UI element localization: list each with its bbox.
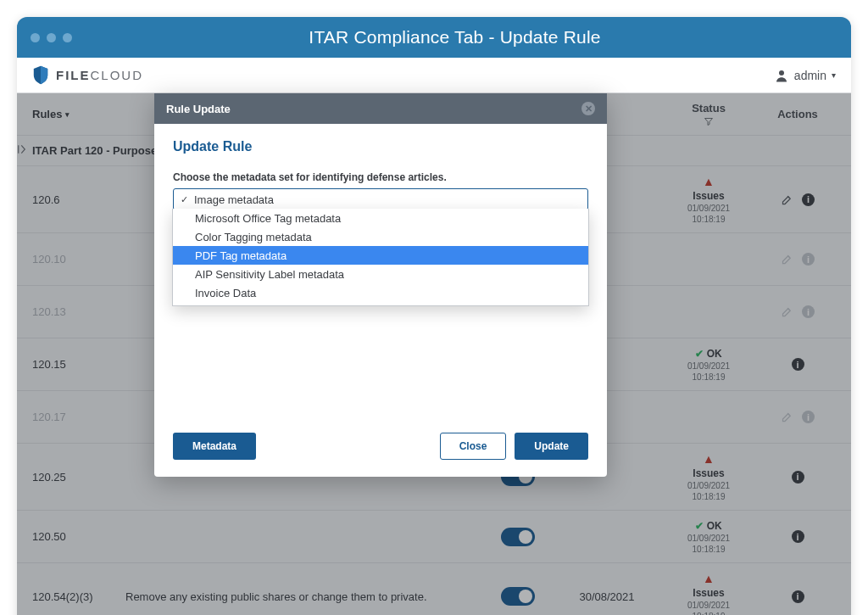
rule-actions: i: [760, 305, 836, 318]
info-icon[interactable]: i: [802, 305, 815, 318]
rule-status: ✔ OK01/09/202110:18:19: [658, 520, 760, 554]
table-row: 120.54(2)(3)Remove any existing public s…: [17, 563, 851, 615]
edit-icon[interactable]: [781, 253, 793, 266]
status-date: 01/09/2021: [687, 204, 730, 213]
info-icon[interactable]: i: [802, 193, 815, 206]
column-status[interactable]: Status: [658, 102, 760, 126]
rule-status: ▲Issues01/09/202110:18:19: [658, 572, 760, 615]
rule-id: 120.54(2)(3): [32, 590, 125, 603]
metadata-dropdown: Microsoft Office Tag metadataColor Taggi…: [172, 209, 589, 306]
status-label: ✔ OK: [695, 520, 721, 532]
modal-prompt: Choose the metadata set for identifying …: [173, 171, 588, 183]
user-icon: [774, 68, 789, 83]
app-header: FILECLOUD admin ▾: [17, 58, 851, 93]
maximize-window-dot[interactable]: [63, 33, 72, 42]
status-date: 01/09/2021: [687, 601, 730, 610]
modal-close-button[interactable]: ✕: [581, 102, 595, 115]
window-controls: [31, 33, 72, 42]
edit-icon[interactable]: [781, 305, 793, 318]
brand-text: FILECLOUD: [56, 68, 143, 82]
update-rule-modal: Rule Update ✕ Update Rule Choose the met…: [154, 93, 607, 477]
metadata-option[interactable]: PDF Tag metadata: [173, 246, 588, 265]
app-window: ITAR Compliance Tab - Update Rule FILECL…: [17, 17, 851, 615]
close-window-dot[interactable]: [31, 33, 40, 42]
info-icon[interactable]: i: [792, 358, 804, 371]
rule-actions: i: [760, 253, 836, 266]
metadata-option[interactable]: AIP Sensitivity Label metadata: [173, 265, 588, 283]
warning-icon: ▲: [703, 572, 715, 585]
metadata-option[interactable]: Invoice Data: [173, 283, 588, 302]
status-date: 01/09/2021: [687, 534, 730, 543]
table-row: 120.50✔ OK01/09/202110:18:19i: [17, 511, 851, 563]
metadata-select[interactable]: ✓ Image metadata Microsoft Office Tag me…: [173, 188, 588, 210]
column-actions: Actions: [760, 108, 836, 120]
status-time: 10:18:19: [693, 372, 726, 382]
rule-status: ▲Issues01/09/202110:18:19: [658, 175, 760, 224]
rule-actions: i: [760, 471, 836, 484]
metadata-option[interactable]: Microsoft Office Tag metadata: [173, 209, 588, 227]
rule-status: ▲Issues01/09/202110:18:19: [658, 452, 760, 501]
warning-icon: ▲: [703, 175, 715, 188]
rule-toggle-cell: [480, 587, 556, 606]
svg-point-0: [779, 70, 784, 75]
rule-id: 120.50: [32, 530, 125, 543]
modal-footer: Metadata Close Update: [154, 429, 607, 477]
minimize-window-dot[interactable]: [47, 33, 56, 42]
metadata-button[interactable]: Metadata: [173, 433, 256, 460]
rule-id: 120.25: [32, 471, 125, 484]
close-button[interactable]: Close: [440, 433, 507, 460]
edit-icon[interactable]: [781, 411, 793, 423]
chevron-down-icon: ▾: [832, 70, 836, 80]
warning-icon: ▲: [703, 452, 715, 466]
rule-actions: i: [760, 590, 836, 603]
user-label: admin: [794, 69, 826, 82]
sidebar-expand-handle[interactable]: [17, 141, 32, 158]
brand-logo[interactable]: FILECLOUD: [32, 65, 143, 85]
checkmark-icon: ✓: [179, 194, 189, 205]
info-icon[interactable]: i: [802, 253, 815, 266]
select-current[interactable]: ✓ Image metadata: [174, 189, 587, 210]
info-icon[interactable]: i: [792, 590, 804, 603]
rule-id: 120.15: [32, 358, 125, 371]
rule-id: 120.10: [32, 253, 125, 266]
rule-actions: i: [760, 358, 836, 371]
rule-id: 120.6: [32, 193, 125, 206]
modal-header-title: Rule Update: [166, 103, 231, 115]
window-title: ITAR Compliance Tab - Update Rule: [72, 27, 837, 48]
rule-id: 120.13: [32, 305, 125, 318]
window-titlebar: ITAR Compliance Tab - Update Rule: [17, 17, 851, 58]
rule-actions: i: [760, 530, 836, 543]
rule-toggle[interactable]: [501, 528, 535, 546]
status-date: 01/09/2021: [687, 361, 730, 371]
rule-description: Remove any existing public shares or cha…: [125, 590, 480, 603]
status-time: 10:18:19: [693, 612, 726, 615]
rule-toggle[interactable]: [501, 587, 535, 606]
info-icon[interactable]: i: [792, 530, 804, 543]
status-label: Issues: [693, 190, 724, 202]
status-time: 10:18:19: [693, 545, 726, 554]
user-menu[interactable]: admin ▾: [774, 68, 836, 83]
status-time: 10:18:19: [693, 492, 726, 501]
status-date: 01/09/2021: [687, 481, 730, 490]
rule-status: ✔ OK01/09/202110:18:19: [658, 348, 760, 382]
status-label: Issues: [693, 587, 724, 599]
status-time: 10:18:19: [693, 215, 726, 224]
update-button[interactable]: Update: [515, 433, 588, 460]
info-icon[interactable]: i: [792, 471, 804, 484]
rule-actions: i: [760, 193, 836, 206]
column-rules[interactable]: Rules▾: [32, 108, 125, 120]
rule-date: 30/08/2021: [556, 590, 658, 603]
modal-header: Rule Update ✕: [154, 93, 607, 124]
edit-icon[interactable]: [781, 193, 793, 206]
rule-toggle-cell: [480, 528, 556, 546]
info-icon[interactable]: i: [802, 411, 815, 423]
modal-title: Update Rule: [173, 139, 588, 154]
logo-icon: [32, 65, 49, 85]
status-label: Issues: [693, 467, 724, 479]
rule-actions: i: [760, 411, 836, 423]
metadata-option[interactable]: Color Tagging metadata: [173, 227, 588, 246]
rule-id: 120.17: [32, 411, 125, 423]
status-label: ✔ OK: [695, 348, 721, 360]
filter-icon: [704, 116, 714, 126]
